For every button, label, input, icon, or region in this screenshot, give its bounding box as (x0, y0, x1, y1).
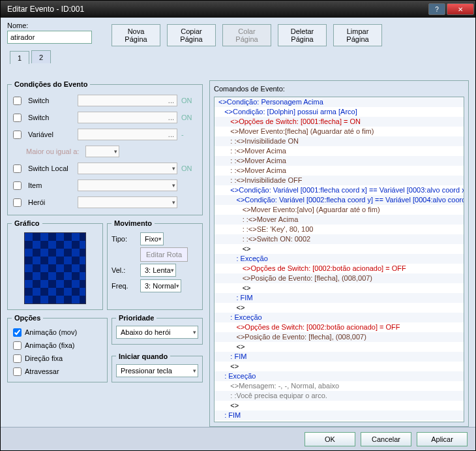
opt-through[interactable] (13, 367, 22, 376)
command-line[interactable]: <>Posição de Evento: [flecha], (008,007) (215, 273, 464, 283)
apply-button[interactable]: Aplicar (417, 432, 468, 446)
titlebar: Editar Evento - ID:001 ? ✕ (1, 1, 475, 18)
cond-actor-check[interactable] (13, 198, 22, 207)
copy-page-button[interactable]: CopiarPágina (167, 24, 216, 46)
command-line[interactable]: <>Mover Evento:[alvo] (Aguardar até o fi… (215, 205, 464, 215)
opt-anim-stop[interactable] (13, 341, 22, 350)
command-line[interactable]: : :Você precisa equipar o arco. (215, 391, 464, 401)
trigger-select[interactable]: Pressionar tecla▾ (116, 364, 198, 377)
cond-item-field[interactable]: ▾ (78, 179, 177, 191)
cond-switch1-field[interactable]: ... (78, 95, 177, 106)
command-line[interactable]: : :<>Mover Acima (215, 156, 464, 166)
trigger-group: Iniciar quando Pressionar tecla▾ (112, 352, 203, 383)
delete-page-button[interactable]: DeletarPágina (278, 24, 327, 46)
priority-select[interactable]: Abaixo do herói▾ (116, 326, 198, 339)
window-title: Editar Evento - ID:001 (7, 5, 428, 14)
close-button[interactable]: ✕ (447, 3, 474, 15)
command-line[interactable]: <>Mensagem: -, -, Normal, abaixo (215, 381, 464, 391)
commands-label: Comandos de Evento: (214, 85, 464, 93)
name-label: Nome: (7, 22, 92, 29)
command-line[interactable]: : :<>Invisibilidade ON (215, 136, 464, 146)
ok-button[interactable]: OK (305, 432, 355, 446)
command-line[interactable]: : :<>Mover Acima (215, 166, 464, 176)
command-line[interactable]: : :<>Mover Acima (215, 215, 464, 225)
cancel-button[interactable]: Cancelar (361, 432, 411, 446)
cond-actor-field[interactable]: ▾ (78, 196, 177, 208)
conditions-group: Condições do Evento Switch...ON Switch..… (7, 80, 203, 215)
new-page-button[interactable]: NovaPágina (112, 24, 160, 46)
command-line[interactable]: <> (215, 401, 464, 411)
command-line[interactable]: : FIM (215, 411, 464, 420)
tab-2[interactable]: 2 (31, 50, 51, 63)
cond-selfswitch-field[interactable]: ▾ (78, 163, 177, 174)
cond-variable-check[interactable] (13, 131, 22, 139)
command-line[interactable]: : Exceção (215, 254, 464, 264)
command-line[interactable]: : :<>Mover Acima (215, 146, 464, 156)
command-line[interactable]: <> (215, 342, 464, 352)
priority-group: Prioridade Abaixo do herói▾ (112, 314, 203, 345)
command-list[interactable]: <>Condição: Personagem Acima <>Condição:… (214, 97, 464, 422)
clear-page-button[interactable]: LimparPágina (333, 24, 382, 46)
movement-group: Movimento Tipo:Fixo▾ Editar Rota Vel.:3:… (107, 219, 203, 310)
command-line[interactable]: <>Condição: Variável [0002:flecha coord … (215, 195, 464, 205)
command-line[interactable]: : :<>Switch ON: 0002 (215, 234, 464, 244)
graphic-preview[interactable] (24, 232, 86, 304)
command-line[interactable]: : FIM (215, 352, 464, 362)
command-line[interactable]: : :<>Invisibilidade OFF (215, 176, 464, 185)
cond-switch2-field[interactable]: ... (78, 112, 177, 123)
cond-gte-spinner[interactable]: ▾ (85, 146, 119, 157)
options-group: Opções Animação (mov) Animação (fixa) Di… (7, 314, 108, 382)
options-legend: Opções (12, 314, 43, 322)
command-line[interactable]: <> (215, 362, 464, 371)
command-line[interactable]: <> (215, 303, 464, 313)
cond-switch2-check[interactable] (13, 114, 22, 122)
paste-page-button: ColarPágina (222, 24, 271, 46)
movement-legend: Movimento (112, 219, 155, 227)
command-line[interactable]: <>Condição: Variável [0001:flecha coord … (215, 185, 464, 195)
command-line[interactable]: <> (215, 283, 464, 293)
graphic-group: Gráfico (7, 219, 103, 310)
command-line[interactable]: <>Condição: [Dolphin] possui arma [Arco] (215, 107, 464, 117)
edit-route-button: Editar Rota (140, 247, 188, 262)
opt-dir-fix[interactable] (13, 354, 22, 363)
priority-legend: Prioridade (116, 314, 156, 322)
move-type-select[interactable]: Fixo▾ (140, 232, 164, 245)
graphic-legend: Gráfico (12, 219, 42, 227)
command-line[interactable]: : Exceção (215, 371, 464, 381)
name-input[interactable] (7, 31, 92, 44)
cond-variable-field[interactable]: ... (78, 129, 177, 140)
conditions-legend: Condições do Evento (12, 80, 90, 88)
opt-anim-move[interactable] (13, 328, 22, 337)
cond-selfswitch-check[interactable] (13, 164, 22, 173)
help-button[interactable]: ? (428, 3, 445, 15)
command-line[interactable]: <>Opções de Switch: [0002:botão acionado… (215, 264, 464, 273)
tab-1[interactable]: 1 (10, 51, 29, 64)
command-line[interactable]: <>Condição: Personagem Acima (215, 97, 464, 107)
cond-item-check[interactable] (13, 181, 22, 190)
command-line[interactable]: <>Opções de Switch: [0001:flecha] = ON (215, 117, 464, 127)
trigger-legend: Iniciar quando (116, 352, 170, 360)
command-line[interactable]: <>Posição de Evento: [flecha], (008,007) (215, 332, 464, 342)
command-line[interactable]: : Exceção (215, 313, 464, 322)
command-line[interactable]: <> (215, 244, 464, 254)
command-line[interactable]: : FIM (215, 293, 464, 303)
cond-switch1-check[interactable] (13, 97, 22, 105)
command-line[interactable]: <>Opções de Switch: [0002:botão acionado… (215, 322, 464, 332)
command-line[interactable]: : :<>SE: 'Key', 80, 100 (215, 225, 464, 234)
move-speed-select[interactable]: 3: Lenta▾ (140, 264, 176, 277)
command-line[interactable]: <>Mover Evento:[flecha] (Aguardar até o … (215, 127, 464, 136)
move-freq-select[interactable]: 3: Normal▾ (140, 279, 181, 292)
